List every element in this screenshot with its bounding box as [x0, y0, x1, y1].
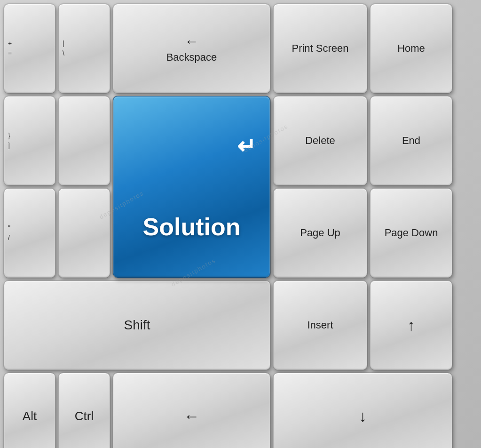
- insert-key[interactable]: Insert: [273, 280, 367, 370]
- key-top-label: }: [4, 129, 14, 141]
- solution-enter-key[interactable]: ↵ Solution: [113, 96, 270, 278]
- brace-bracket-key[interactable]: } ]: [4, 96, 55, 185]
- print-screen-key[interactable]: Print Screen: [273, 4, 367, 93]
- key-bottom-label: ]: [4, 141, 14, 152]
- shift-key[interactable]: Shift: [4, 280, 270, 370]
- plus-equals-key[interactable]: + =: [4, 4, 55, 93]
- backspace-arrow-icon: ←: [185, 33, 199, 49]
- print-screen-label: Print Screen: [292, 42, 348, 56]
- shift-label: Shift: [124, 318, 150, 333]
- down-arrow-icon: ↓: [359, 407, 367, 425]
- quote-slash-key[interactable]: " /: [4, 188, 55, 278]
- page-up-key[interactable]: Page Up: [273, 188, 367, 278]
- ctrl-key[interactable]: Ctrl: [58, 373, 110, 448]
- home-key[interactable]: Home: [370, 4, 452, 93]
- pipe-backslash-key[interactable]: | \: [58, 4, 110, 93]
- solution-label: Solution: [143, 213, 241, 241]
- alt-label: Alt: [23, 409, 37, 424]
- blank-key-r2c2[interactable]: [58, 96, 110, 185]
- backspace-key[interactable]: ← Backspace: [113, 4, 270, 93]
- up-arrow-icon: ↑: [407, 316, 415, 335]
- key-top-label: |: [59, 37, 68, 48]
- enter-arrow-area: ↵: [113, 123, 270, 159]
- key-top-label: +: [4, 37, 16, 48]
- page-down-key[interactable]: Page Down: [370, 188, 452, 278]
- end-label: End: [402, 135, 420, 147]
- enter-arrow-icon: ↵: [237, 133, 256, 159]
- page-down-label: Page Down: [385, 226, 438, 240]
- up-arrow-key[interactable]: ↑: [370, 280, 452, 370]
- delete-key[interactable]: Delete: [273, 96, 367, 185]
- blank-key-r3c2[interactable]: [58, 188, 110, 278]
- left-arrow-key[interactable]: ←: [113, 373, 270, 448]
- key-top-label: ": [4, 221, 14, 233]
- page-up-label: Page Up: [300, 226, 340, 240]
- ctrl-label: Ctrl: [75, 409, 94, 424]
- home-label: Home: [397, 42, 425, 55]
- alt-key[interactable]: Alt: [4, 373, 55, 448]
- end-key[interactable]: End: [370, 96, 452, 185]
- delete-label: Delete: [305, 135, 335, 147]
- insert-label: Insert: [307, 319, 333, 331]
- down-arrow-key[interactable]: ↓: [273, 373, 452, 448]
- left-arrow-icon: ←: [184, 407, 200, 425]
- key-bottom-label: \: [59, 48, 68, 60]
- solution-text-area: Solution: [113, 213, 270, 250]
- key-bottom-label: /: [4, 233, 14, 245]
- backspace-label: Backspace: [166, 51, 217, 64]
- key-bottom-label: =: [4, 48, 16, 60]
- keyboard: + = | \ ← Backspace Print Screen Home } …: [4, 4, 477, 444]
- backspace-inner: ← Backspace: [166, 33, 217, 64]
